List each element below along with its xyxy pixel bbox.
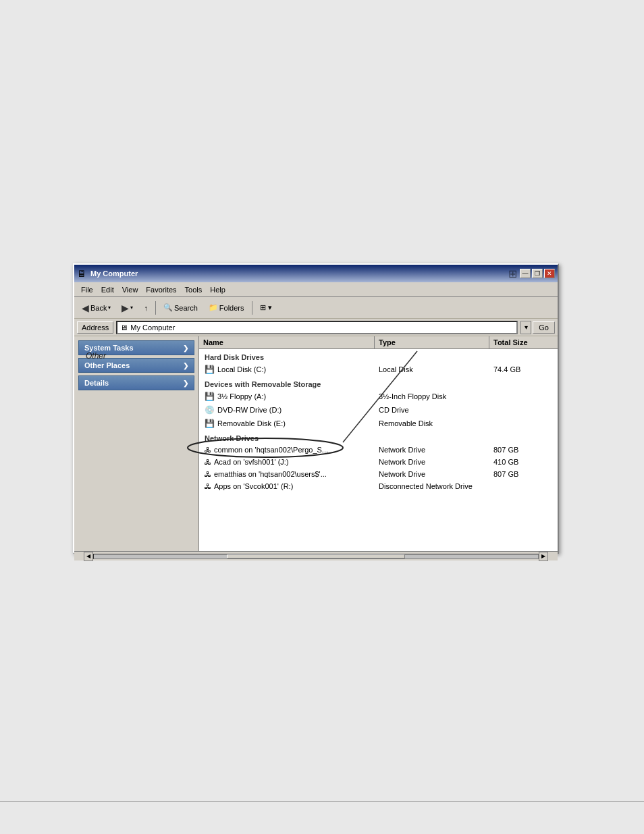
window-title: My Computer bbox=[90, 269, 508, 278]
toolbar: ◀ Back ▾ ▶ ▾ ↑ 🔍 Search 📁 Folders ⊞ ▾ bbox=[74, 297, 558, 319]
other-places-chevron: ❯ bbox=[183, 362, 188, 369]
network-header: Network Drives bbox=[199, 430, 558, 444]
list-item[interactable]: 💾 Removable Disk (E:) Removable Disk bbox=[199, 417, 558, 430]
list-item[interactable]: 🖧 ematthias on 'hqtsan002\users$'... Net… bbox=[199, 468, 558, 480]
address-field[interactable]: 🖥 My Computer bbox=[116, 321, 518, 334]
views-button[interactable]: ⊞ ▾ bbox=[255, 300, 277, 316]
net4-icon: 🖧 bbox=[205, 483, 211, 490]
menu-favorites[interactable]: Favorites bbox=[142, 284, 180, 295]
back-label: Back bbox=[90, 304, 107, 312]
window-controls: — ❒ ✕ bbox=[520, 269, 555, 278]
content-area: System Tasks ❯ Other Places ❯ Details ❯ bbox=[74, 336, 558, 551]
up-icon: ↑ bbox=[144, 304, 148, 312]
details-header[interactable]: Details ❯ bbox=[78, 375, 194, 390]
net4-name-cell: 🖧 Apps on 'Svcok001' (R:) bbox=[199, 481, 375, 492]
column-headers: Name Type Total Size Free Space bbox=[199, 336, 558, 349]
net2-type: Network Drive bbox=[375, 457, 489, 467]
removable-icon: 💾 bbox=[205, 419, 215, 428]
forward-dropdown-icon: ▾ bbox=[130, 305, 133, 311]
scrollbar-track[interactable] bbox=[93, 554, 539, 559]
menu-help[interactable]: Help bbox=[206, 284, 230, 295]
folders-label: Folders bbox=[219, 304, 244, 312]
net1-name-cell: 🖧 common on 'hqtsan002\Pergo_S... bbox=[199, 444, 375, 455]
titlebar: 🖥 My Computer ⊞ — ❒ ✕ bbox=[74, 265, 558, 282]
details-label: Details bbox=[84, 379, 109, 387]
net1-total: 807 GB bbox=[489, 444, 558, 455]
address-label: Address bbox=[77, 321, 113, 334]
scrollbar-thumb[interactable] bbox=[227, 554, 404, 558]
left-panel: System Tasks ❯ Other Places ❯ Details ❯ bbox=[74, 336, 199, 551]
hard-disk-header: Hard Disk Drives bbox=[199, 349, 558, 363]
menu-edit[interactable]: Edit bbox=[97, 284, 118, 295]
net1-icon: 🖧 bbox=[205, 446, 211, 454]
col-type[interactable]: Type bbox=[375, 336, 489, 348]
restore-button[interactable]: ❒ bbox=[532, 269, 543, 278]
scroll-right-button[interactable]: ▶ bbox=[539, 552, 548, 561]
horizontal-scrollbar[interactable]: ◀ ▶ bbox=[74, 551, 558, 561]
removable-name-cell: 💾 Removable Disk (E:) bbox=[199, 417, 375, 429]
net1-type: Network Drive bbox=[375, 444, 489, 455]
list-item[interactable]: 🖧 Apps on 'Svcok001' (R:) Disconnected N… bbox=[199, 480, 558, 492]
net2-name-cell: 🖧 Acad on 'svfsh001' (J:) bbox=[199, 457, 375, 467]
net3-name: ematthias on 'hqtsan002\users$'... bbox=[214, 470, 327, 478]
go-button[interactable]: Go bbox=[533, 321, 555, 334]
dvd-type: CD Drive bbox=[375, 405, 489, 415]
list-item[interactable]: 💾 Local Disk (C:) Local Disk 74.4 GB 49.… bbox=[199, 363, 558, 376]
addressbar: Address 🖥 My Computer ▾ Go bbox=[74, 319, 558, 336]
details-chevron: ❯ bbox=[183, 380, 188, 387]
net2-total: 410 GB bbox=[489, 457, 558, 467]
search-button[interactable]: 🔍 Search bbox=[159, 300, 203, 316]
floppy-total bbox=[489, 395, 558, 398]
net4-name: Apps on 'Svcok001' (R:) bbox=[214, 482, 293, 490]
back-button[interactable]: ◀ Back ▾ bbox=[77, 300, 115, 316]
folders-button[interactable]: 📁 Folders bbox=[204, 300, 249, 316]
net3-name-cell: 🖧 ematthias on 'hqtsan002\users$'... bbox=[199, 469, 375, 479]
menu-view[interactable]: View bbox=[118, 284, 142, 295]
forward-button[interactable]: ▶ ▾ bbox=[117, 300, 138, 316]
window-icon: 🖥 bbox=[77, 268, 88, 279]
address-value: My Computer bbox=[130, 323, 175, 332]
list-item[interactable]: 🖧 common on 'hqtsan002\Pergo_S... Networ… bbox=[199, 444, 558, 456]
menu-file[interactable]: File bbox=[77, 284, 97, 295]
bottom-separator bbox=[0, 801, 644, 802]
removable-total bbox=[489, 422, 558, 425]
minimize-button[interactable]: — bbox=[520, 269, 531, 278]
close-button[interactable]: ✕ bbox=[544, 269, 555, 278]
floppy-name: 3½ Floppy (A:) bbox=[217, 392, 266, 400]
address-dropdown-button[interactable]: ▾ bbox=[520, 321, 531, 334]
col-total-size[interactable]: Total Size bbox=[489, 336, 558, 348]
details-section: Details ❯ bbox=[78, 375, 194, 390]
scroll-left-button[interactable]: ◀ bbox=[84, 552, 93, 561]
net2-name: Acad on 'svfsh001' (J:) bbox=[214, 458, 289, 466]
search-icon: 🔍 bbox=[163, 303, 173, 312]
winxp-logo: ⊞ bbox=[508, 267, 517, 280]
dvd-name: DVD-RW Drive (D:) bbox=[217, 406, 281, 414]
search-label: Search bbox=[174, 304, 198, 312]
dvd-total bbox=[489, 409, 558, 411]
dvd-icon: 💿 bbox=[205, 405, 215, 415]
col-name[interactable]: Name bbox=[199, 336, 375, 348]
removable-name: Removable Disk (E:) bbox=[217, 419, 286, 427]
floppy-icon: 💾 bbox=[205, 392, 215, 401]
net4-total bbox=[489, 485, 558, 488]
net2-icon: 🖧 bbox=[205, 459, 211, 466]
my-computer-window: 🖥 My Computer ⊞ — ❒ ✕ File Edit View Fav… bbox=[73, 263, 559, 554]
list-item[interactable]: 💿 DVD-RW Drive (D:) CD Drive bbox=[199, 403, 558, 417]
back-arrow-icon: ◀ bbox=[82, 303, 89, 313]
local-disk-name: Local Disk (C:) bbox=[217, 365, 266, 373]
list-item[interactable]: 🖧 Acad on 'svfsh001' (J:) Network Drive … bbox=[199, 456, 558, 468]
other-places-label: Other Places bbox=[84, 361, 130, 369]
annotation-other-label: Other bbox=[86, 351, 106, 361]
net1-name: common on 'hqtsan002\Pergo_S... bbox=[214, 446, 328, 454]
net3-total: 807 GB bbox=[489, 469, 558, 479]
net3-type: Network Drive bbox=[375, 469, 489, 479]
forward-arrow-icon: ▶ bbox=[122, 303, 129, 313]
menu-tools[interactable]: Tools bbox=[181, 284, 207, 295]
floppy-name-cell: 💾 3½ Floppy (A:) bbox=[199, 390, 375, 402]
floppy-type: 3½-Inch Floppy Disk bbox=[375, 391, 489, 402]
local-disk-total: 74.4 GB bbox=[489, 364, 558, 375]
up-button[interactable]: ↑ bbox=[139, 300, 153, 316]
dvd-name-cell: 💿 DVD-RW Drive (D:) bbox=[199, 404, 375, 416]
right-panel: Name Type Total Size Free Space Hard Dis… bbox=[199, 336, 558, 551]
list-item[interactable]: 💾 3½ Floppy (A:) 3½-Inch Floppy Disk bbox=[199, 390, 558, 403]
